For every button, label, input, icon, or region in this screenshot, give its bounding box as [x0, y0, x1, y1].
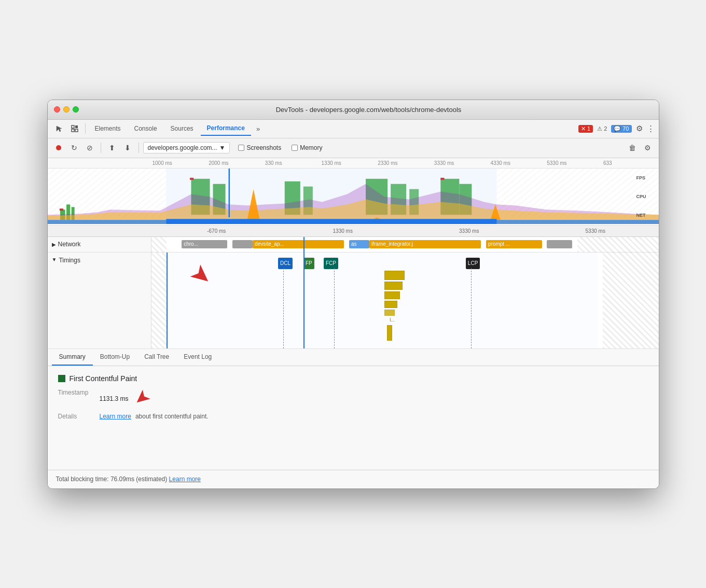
- net-item-2[interactable]: as: [349, 240, 369, 248]
- error-x-icon: ✕: [581, 125, 586, 132]
- timestamp-value-container: 1131.3 ms ➤: [100, 389, 149, 409]
- nav-divider-1: [85, 123, 86, 134]
- dcl-marker[interactable]: DCL: [278, 258, 293, 269]
- traffic-lights: [54, 106, 79, 113]
- tab-console[interactable]: Console: [128, 122, 163, 135]
- ruler-mark-6: 4330 ms: [490, 160, 546, 166]
- ruler-mark-1: 2000 ms: [207, 160, 264, 166]
- selection-area: [167, 253, 598, 348]
- timing-bar-3: [384, 291, 399, 299]
- timings-cursor: [303, 253, 304, 348]
- tab-bottom-up[interactable]: Bottom-Up: [93, 349, 137, 366]
- svg-rect-1: [72, 129, 74, 132]
- svg-point-4: [56, 145, 61, 150]
- url-display: developers.google.com...: [148, 144, 217, 151]
- cpu-label: CPU: [636, 194, 655, 199]
- url-dropdown-icon: ▼: [219, 144, 226, 151]
- clear-button[interactable]: ⊘: [83, 141, 96, 155]
- timings-label: Timings: [59, 257, 80, 264]
- tab-sources[interactable]: Sources: [164, 122, 200, 135]
- download-button[interactable]: ⬇: [121, 141, 134, 155]
- network-section: ▶ Network chro... devsite_ap... as ifram…: [48, 237, 659, 253]
- status-learn-more-link[interactable]: Learn more: [169, 475, 201, 483]
- svg-rect-0: [72, 125, 74, 128]
- screenshots-checkbox[interactable]: [238, 145, 244, 151]
- settings-gear-icon[interactable]: ⚙: [636, 124, 643, 133]
- timings-content[interactable]: DCL FP FCP LCP l...: [151, 253, 659, 348]
- svg-rect-25: [166, 219, 496, 224]
- timings-expand-icon[interactable]: ▼: [52, 257, 57, 262]
- record-button[interactable]: [52, 141, 65, 155]
- details-value-container: Learn more about first contentful paint.: [100, 413, 209, 420]
- net-item-4[interactable]: prompt ...: [486, 240, 542, 248]
- tab-event-log[interactable]: Event Log: [176, 349, 219, 366]
- cursor-line: [303, 237, 304, 253]
- window-title: DevTools - developers.google.com/web/too…: [85, 106, 653, 114]
- tab-performance[interactable]: Performance: [201, 121, 251, 136]
- upload-button[interactable]: ⬆: [105, 141, 119, 155]
- timestamp-row: Timestamp 1131.3 ms ➤: [58, 389, 648, 409]
- net-item-connector[interactable]: [232, 240, 253, 248]
- warning-icon: ⚠: [597, 125, 602, 132]
- window-body: Elements Console Sources Performance » ✕…: [48, 120, 659, 488]
- message-icon: 💬: [614, 125, 621, 132]
- network-label-cell[interactable]: ▶ Network: [48, 237, 151, 252]
- close-button[interactable]: [54, 106, 60, 113]
- net-item-1[interactable]: devsite_ap...: [253, 240, 344, 248]
- timeline-ruler-bottom: -670 ms 1330 ms 3330 ms 5330 ms: [48, 226, 659, 237]
- memory-checkbox-container[interactable]: Memory: [292, 144, 322, 151]
- ruler-mark-4: 2330 ms: [377, 160, 433, 166]
- ruler-mark-8: 633: [602, 160, 659, 166]
- details-text: about first contentful paint.: [135, 413, 209, 420]
- perf-labels: FPS CPU NET: [636, 169, 655, 225]
- timings-label-cell[interactable]: ▼ Timings: [48, 253, 151, 348]
- more-options-icon[interactable]: ⋮: [647, 124, 655, 133]
- fp-marker[interactable]: FP: [303, 258, 314, 269]
- svg-rect-2: [75, 125, 78, 128]
- more-settings-icon[interactable]: ⚙: [641, 141, 655, 155]
- message-badge[interactable]: 💬 70: [611, 125, 631, 133]
- reload-button[interactable]: ↻: [67, 141, 81, 155]
- cursor-icon[interactable]: [52, 121, 66, 136]
- fcp-vline: [334, 268, 335, 348]
- timings-section: ▼ Timings DCL FP FCP LCP: [48, 253, 659, 349]
- fps-cpu-net-chart[interactable]: FPS CPU NET: [48, 169, 659, 226]
- toolbar-divider-2: [139, 143, 139, 153]
- status-bar: Total blocking time: 76.09ms (estimated)…: [48, 470, 659, 488]
- delete-button[interactable]: 🗑: [626, 141, 639, 155]
- network-expand-icon[interactable]: ▶: [52, 242, 56, 247]
- inspect-icon[interactable]: [67, 121, 82, 136]
- screenshots-checkbox-container[interactable]: Screenshots: [238, 144, 281, 151]
- memory-checkbox[interactable]: [292, 145, 298, 151]
- url-selector[interactable]: developers.google.com... ▼: [143, 142, 230, 153]
- timing-bar-4: [384, 301, 397, 308]
- tab-summary[interactable]: Summary: [52, 349, 93, 366]
- warning-count: 2: [604, 125, 607, 132]
- bottom-tabs: Summary Bottom-Up Call Tree Event Log: [48, 349, 659, 366]
- tab-call-tree[interactable]: Call Tree: [137, 349, 176, 366]
- learn-more-link[interactable]: Learn more: [100, 413, 131, 420]
- fcp-marker[interactable]: FCP: [324, 258, 338, 269]
- fcp-title: First Contentful Paint: [70, 374, 137, 383]
- svg-rect-22: [166, 169, 496, 217]
- maximize-button[interactable]: [73, 106, 79, 113]
- net-item-3[interactable]: iframe_integrator.j: [369, 240, 481, 248]
- minimize-button[interactable]: [63, 106, 70, 113]
- dcl-vline: [283, 268, 284, 348]
- error-badge[interactable]: ✕ 1: [578, 125, 593, 133]
- titlebar: DevTools - developers.google.com/web/too…: [48, 100, 659, 120]
- net-item-5[interactable]: [547, 240, 572, 248]
- tab-elements[interactable]: Elements: [89, 122, 127, 135]
- ruler2-mark-3: 5330 ms: [532, 228, 659, 234]
- more-tabs-button[interactable]: »: [252, 123, 264, 135]
- warning-badge[interactable]: ⚠ 2: [597, 125, 607, 132]
- net-item-0[interactable]: chro...: [182, 240, 227, 248]
- fcp-heading: First Contentful Paint: [58, 374, 648, 383]
- hatch-left: [151, 237, 167, 253]
- timestamp-label: Timestamp: [58, 389, 100, 396]
- ruler2-mark-1: 1330 ms: [280, 228, 406, 234]
- lcp-marker[interactable]: LCP: [466, 258, 480, 269]
- perf-area: 1000 ms 2000 ms 330 ms 1330 ms 2330 ms 3…: [48, 158, 659, 349]
- svg-rect-3: [75, 129, 78, 132]
- timing-bar-5: [384, 310, 395, 316]
